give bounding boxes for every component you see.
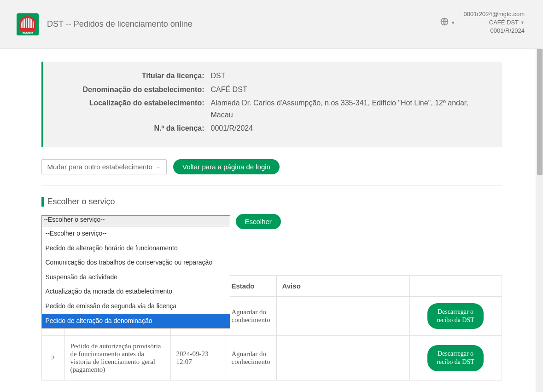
user-license: 0001/R/2024 bbox=[464, 27, 525, 35]
table-row: 2Pedido de autorização provisória de fun… bbox=[41, 336, 502, 380]
choose-service-button[interactable]: Escolher bbox=[236, 214, 281, 229]
label-local: Localização do estabelecimento: bbox=[54, 97, 211, 121]
service-dropdown: --Escolher o serviço--Pedido de alteraçã… bbox=[41, 226, 230, 329]
download-receipt-button[interactable]: Descarregar orecibo da DST bbox=[427, 303, 484, 329]
switch-establishment-label: Mudar para outro estabelecimento bbox=[47, 163, 152, 171]
app-title: DST -- Pedidos de licenciamento online bbox=[47, 19, 193, 29]
cell-status: Aguardar do conhecimento bbox=[226, 296, 276, 335]
th-action bbox=[409, 275, 502, 296]
chevron-down-icon: ⌄ bbox=[156, 163, 161, 170]
cell-aviso bbox=[276, 296, 409, 335]
logo-text: macau bbox=[17, 31, 39, 35]
service-option[interactable]: Pedido de alteração da denominação bbox=[42, 314, 230, 329]
cell-subject: Pedido de autorização provisória de func… bbox=[64, 336, 170, 380]
macau-logo: macau bbox=[17, 13, 39, 35]
back-to-login-button[interactable]: Voltar para a página de login bbox=[173, 159, 280, 174]
th-status: Estado bbox=[226, 275, 276, 296]
label-titular: Titular da licença: bbox=[54, 70, 211, 82]
cell-aviso bbox=[276, 336, 409, 380]
cell-num: 2 bbox=[41, 336, 64, 380]
value-titular: DST bbox=[211, 70, 491, 82]
service-select-value: --Escolher o serviço-- bbox=[44, 216, 105, 223]
cell-action: Descarregar orecibo da DST bbox=[409, 336, 502, 380]
language-switch[interactable]: ▼ bbox=[440, 17, 455, 29]
value-local: Alameda Dr. Carlos d'Assumpção, n.os 335… bbox=[211, 97, 491, 121]
label-num: N.º da licença: bbox=[54, 122, 211, 134]
user-info[interactable]: 0001r2024@mgto.com CAFÉ DST ▼ 0001/R/202… bbox=[464, 10, 525, 35]
cell-action: Descarregar orecibo da DST bbox=[409, 296, 502, 335]
switch-establishment-select[interactable]: Mudar para outro estabelecimento ⌄ bbox=[41, 159, 167, 174]
download-receipt-button[interactable]: Descarregar orecibo da DST bbox=[427, 345, 484, 371]
label-denom: Denominação do estabelecimento: bbox=[54, 84, 211, 96]
service-option[interactable]: Pedido de alteração horário de funcionam… bbox=[42, 241, 230, 256]
service-option[interactable]: Pedido de emissão de segunda via da lice… bbox=[42, 299, 230, 314]
service-option[interactable]: Suspensão da actividade bbox=[42, 270, 230, 285]
caret-down-icon: ▼ bbox=[451, 20, 455, 25]
cell-date: 2024-09-23 12:07 bbox=[170, 336, 226, 380]
app-header: macau DST -- Pedidos de licenciamento on… bbox=[0, 0, 543, 49]
section-title-service: Escolher o serviço bbox=[41, 197, 502, 207]
caret-down-icon: ▼ bbox=[520, 20, 525, 26]
value-num: 0001/R/2024 bbox=[211, 122, 491, 134]
license-info-panel: Titular da licença: DST Denominação do e… bbox=[41, 62, 502, 147]
globe-icon bbox=[440, 17, 449, 29]
service-option[interactable]: Comunicação dos trabalhos de conservação… bbox=[42, 255, 230, 270]
th-aviso: Aviso bbox=[276, 275, 409, 296]
cell-status: Aguardar do conhecimento bbox=[226, 336, 276, 380]
value-denom: CAFÉ DST bbox=[211, 84, 491, 96]
user-establishment: CAFÉ DST bbox=[489, 18, 519, 27]
service-option[interactable]: --Escolher o serviço-- bbox=[42, 226, 230, 241]
service-option[interactable]: Actualização da morada do estabeleciment… bbox=[42, 284, 230, 299]
vertical-scrollbar[interactable] bbox=[536, 0, 543, 392]
user-email: 0001r2024@mgto.com bbox=[464, 10, 525, 18]
